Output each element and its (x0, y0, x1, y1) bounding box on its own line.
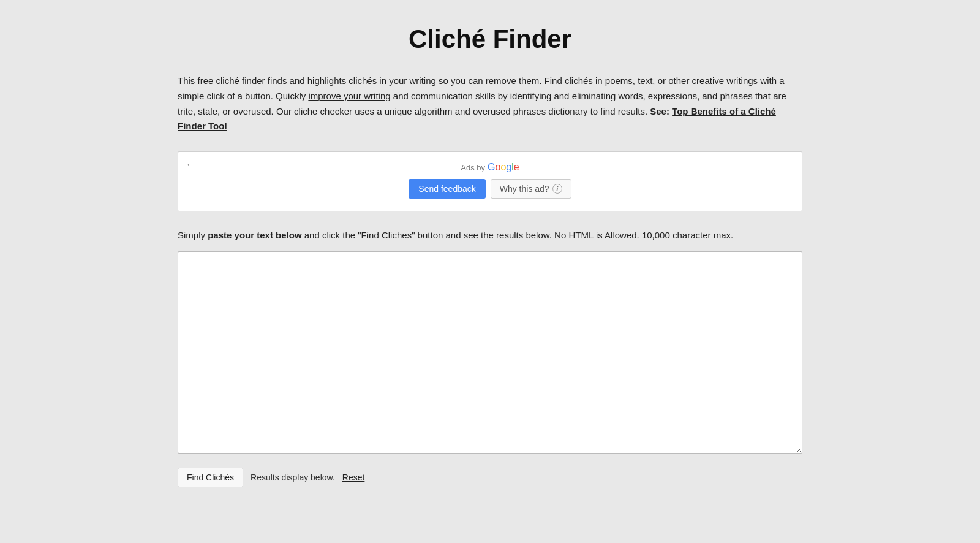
ads-container: ← Ads by Google Send feedback Why this a… (178, 151, 802, 211)
link-improve-writing[interactable]: improve your writing (308, 91, 390, 101)
cliche-input-textarea[interactable] (178, 251, 802, 454)
instruction-bold: paste your text below (208, 230, 301, 240)
find-cliches-button[interactable]: Find Clichés (178, 468, 243, 487)
description-text: This free cliché finder finds and highli… (178, 74, 802, 134)
send-feedback-button[interactable]: Send feedback (409, 179, 485, 199)
desc-part2: , text, or other (633, 75, 692, 86)
ads-by-google-label: Ads by Google (190, 162, 790, 173)
back-arrow-icon[interactable]: ← (186, 159, 195, 170)
textarea-wrapper (178, 251, 802, 455)
link-creative-writings[interactable]: creative writings (692, 75, 758, 86)
why-this-ad-button[interactable]: Why this ad? i (491, 179, 571, 199)
ads-buttons-row: Send feedback Why this ad? i (190, 179, 790, 199)
link-poems[interactable]: poems (605, 75, 633, 86)
actions-row: Find Clichés Results display below. Rese… (178, 468, 802, 487)
why-ad-label: Why this ad? (500, 184, 549, 194)
instruction-text: Simply paste your text below and click t… (178, 229, 802, 243)
reset-button[interactable]: Reset (342, 473, 365, 482)
ads-by-text: Ads by (461, 163, 485, 172)
google-logo-text: Google (488, 162, 519, 173)
desc-part1: This free cliché finder finds and highli… (178, 75, 605, 86)
info-icon: i (552, 184, 562, 194)
page-title: Cliché Finder (178, 25, 802, 54)
results-display-label: Results display below. (251, 473, 335, 482)
